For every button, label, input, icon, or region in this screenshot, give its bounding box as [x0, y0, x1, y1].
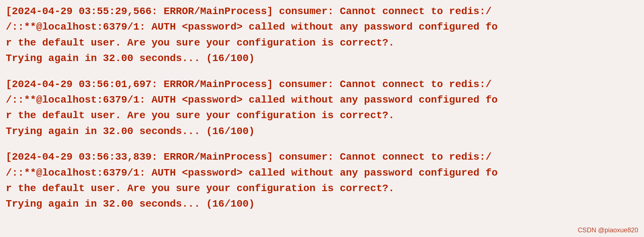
log-line: /::**@localhost:6379/1: AUTH <password> …	[6, 165, 638, 181]
log-block-log-3: [2024-04-29 03:56:33,839: ERROR/MainProc…	[6, 149, 638, 212]
log-line: [2024-04-29 03:55:29,566: ERROR/MainProc…	[6, 4, 638, 19]
log-line: Trying again in 32.00 seconds... (16/100…	[6, 196, 638, 212]
log-container: [2024-04-29 03:55:29,566: ERROR/MainProc…	[0, 0, 644, 226]
log-line: /::**@localhost:6379/1: AUTH <password> …	[6, 19, 638, 35]
log-line: r the default user. Are you sure your co…	[6, 108, 638, 123]
log-line: r the default user. Are you sure your co…	[6, 35, 638, 51]
log-block-log-1: [2024-04-29 03:55:29,566: ERROR/MainProc…	[6, 4, 638, 66]
log-line: r the default user. Are you sure your co…	[6, 181, 638, 196]
watermark: CSDN @piaoxue820	[578, 227, 638, 234]
log-line: [2024-04-29 03:56:01,697: ERROR/MainProc…	[6, 77, 638, 92]
log-line: Trying again in 32.00 seconds... (16/100…	[6, 51, 638, 66]
log-line: /::**@localhost:6379/1: AUTH <password> …	[6, 92, 638, 108]
log-line: [2024-04-29 03:56:33,839: ERROR/MainProc…	[6, 149, 638, 165]
log-block-log-2: [2024-04-29 03:56:01,697: ERROR/MainProc…	[6, 77, 638, 139]
log-line: Trying again in 32.00 seconds... (16/100…	[6, 124, 638, 139]
